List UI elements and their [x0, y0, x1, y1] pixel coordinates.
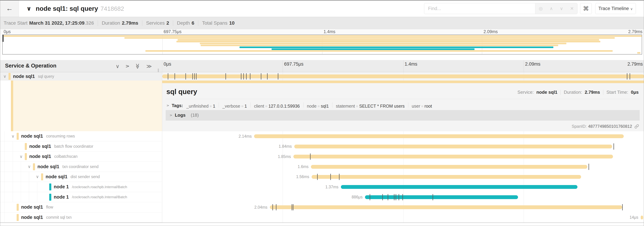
log-tick: [370, 194, 370, 200]
tag-item: node=sql1: [307, 104, 329, 108]
log-tick: [388, 194, 388, 200]
tree-row[interactable]: node 1/cockroach.roachpb.Internal/Batch: [0, 182, 162, 192]
service-name: node sql1: [46, 174, 68, 179]
ruler-tick-label: 697.75μs: [284, 62, 304, 67]
log-tick: [196, 73, 196, 80]
match-locate-icon[interactable]: ◎: [539, 6, 543, 11]
column-resize-grip[interactable]: ∥: [157, 68, 160, 73]
span-bar[interactable]: [341, 185, 578, 189]
expand-one-icon[interactable]: ∨: [124, 64, 130, 68]
collapse-all-icon[interactable]: ≫: [135, 63, 141, 69]
tree-row[interactable]: node 1/cockroach.roachpb.Internal/Batch: [0, 192, 162, 202]
tree-row[interactable]: node sql1flow: [0, 202, 162, 212]
tree-row[interactable]: node sql1commit sql txn: [0, 212, 162, 222]
spanid-value: 4877749850101760812: [588, 124, 632, 129]
chevron-right-icon: ∨: [169, 114, 173, 116]
span-detail-accent-bar: [162, 81, 644, 83]
span-bar-row[interactable]: 1.85ms: [162, 151, 644, 162]
clear-search-icon[interactable]: ✕: [570, 6, 574, 11]
tag-item: _verbose=1: [222, 104, 247, 108]
service-color-bar: [17, 204, 19, 211]
service-name: node 1: [54, 184, 69, 189]
prev-match-icon[interactable]: ∧: [550, 6, 553, 11]
log-tick: [261, 73, 261, 80]
expand-chevron-icon[interactable]: ∨: [12, 131, 14, 141]
collapse-trace-chevron-icon[interactable]: ∨: [26, 0, 31, 17]
span-bar-row[interactable]: 1.6ms: [162, 162, 644, 172]
operation-name: consuming rows: [46, 134, 75, 138]
copy-link-icon[interactable]: [634, 124, 639, 129]
span-bar[interactable]: [312, 175, 581, 179]
log-tick: [630, 73, 630, 80]
expand-chevron-icon[interactable]: ∨: [28, 162, 31, 171]
span-bar-row[interactable]: 1.84ms: [162, 141, 644, 151]
service-name: node sql1: [21, 215, 43, 220]
service-name: node sql1: [29, 154, 51, 159]
logs-accordion[interactable]: ∨ Logs (18): [166, 110, 640, 120]
service-name: node sql1: [29, 144, 51, 149]
log-tick: [432, 194, 433, 200]
logs-label: Logs: [175, 112, 186, 118]
operation-name: /cockroach.roachpb.Internal/Batch: [72, 185, 127, 189]
span-bar-row[interactable]: 2.04ms: [162, 202, 644, 212]
tag-item: client=127.0.0.1:59936: [254, 104, 300, 108]
trace-minimap[interactable]: [2, 35, 642, 55]
next-match-icon[interactable]: ∨: [560, 6, 563, 11]
log-tick: [267, 73, 268, 80]
tree-row[interactable]: ∨node sql1sql query: [0, 72, 162, 81]
span-bar-row[interactable]: 886μs: [162, 192, 644, 202]
service-color-bar: [41, 173, 43, 180]
minimap-span-bar: [200, 43, 566, 44]
span-detail-title: sql query: [166, 88, 197, 96]
tree-row[interactable]: ∨node sql1txn coordinator send: [0, 162, 162, 172]
minimap-span-bar: [637, 52, 640, 54]
collapse-one-icon[interactable]: ∨: [116, 63, 120, 69]
back-button[interactable]: ←: [0, 0, 19, 17]
service-name: node sql1: [21, 133, 43, 139]
span-bar-row[interactable]: 1.56ms: [162, 172, 644, 182]
tree-row[interactable]: node sql1batch flow coordinator: [0, 141, 162, 151]
expand-chevron-icon[interactable]: ∨: [36, 172, 39, 182]
tags-label: Tags:: [172, 103, 183, 108]
service-name: node sql1: [21, 204, 43, 210]
keyboard-shortcuts-button[interactable]: ⌘: [580, 3, 592, 14]
log-tick: [276, 204, 276, 210]
minimap-span-bar: [178, 39, 599, 41]
span-bar-row[interactable]: 2.14ms: [162, 131, 644, 141]
span-bar-row[interactable]: [162, 72, 644, 81]
detail-meta-item: Duration: 2.79ms: [564, 90, 600, 95]
find-input[interactable]: [424, 3, 535, 14]
span-bar[interactable]: [270, 205, 622, 209]
log-tick: [250, 73, 250, 80]
detail-meta-item: Start Time: 0μs: [606, 90, 639, 95]
expand-all-icon[interactable]: ≫: [146, 63, 152, 69]
span-bar[interactable]: [641, 215, 643, 219]
tree-row[interactable]: ∨node sql1dist sender send: [0, 172, 162, 182]
span-bar-row[interactable]: 1.37ms: [162, 182, 644, 192]
minimap-span-bar: [176, 41, 600, 42]
expand-chevron-icon[interactable]: ∨: [3, 72, 6, 81]
ruler-tick-label: 0μs: [164, 62, 171, 67]
tree-row[interactable]: ∨node sql1colbatchscan: [0, 151, 162, 162]
span-bar[interactable]: [294, 145, 612, 148]
span-bar[interactable]: [311, 165, 587, 169]
span-bar[interactable]: [294, 155, 613, 158]
tags-accordion[interactable]: ∨ Tags: _unfinished=1_verbose=1client=12…: [166, 102, 640, 109]
span-detail-meta: Service: node sql1Duration: 2.79msStart …: [518, 90, 639, 95]
span-bar[interactable]: [162, 75, 644, 78]
minimap-drag-handle[interactable]: [2, 35, 4, 42]
span-bar[interactable]: [254, 134, 624, 138]
tree-row[interactable]: ∨node sql1consuming rows: [0, 131, 162, 141]
log-tick: [396, 194, 396, 200]
service-operation-header: Service & Operation: [5, 60, 56, 72]
span-bar-row[interactable]: 14μs: [162, 212, 644, 222]
expand-chevron-icon[interactable]: ∨: [20, 151, 23, 161]
service-color-bar: [8, 73, 10, 80]
minimap-span-bar: [146, 50, 613, 52]
trace-view-selector[interactable]: Trace Timeline∨: [595, 3, 636, 14]
ruler-tick-label: 1.4ms: [405, 62, 418, 67]
trace-info-item: Services2: [146, 20, 169, 26]
service-name: node sql1: [13, 74, 35, 79]
ruler-tick-label: 2.79ms: [627, 62, 643, 67]
log-tick: [622, 204, 623, 210]
